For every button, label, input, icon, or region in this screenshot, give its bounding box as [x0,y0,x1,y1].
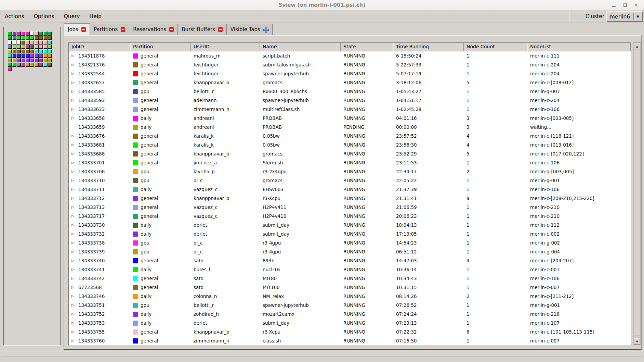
node-state-square[interactable] [30,49,34,53]
node-state-square[interactable] [30,58,34,62]
node-state-square[interactable] [35,40,39,45]
table-row[interactable]: ▷134333706 gpu lavriha_p r3-2x4gpu RUNNI… [69,167,631,176]
row-expander-icon[interactable]: ▷ [71,89,78,93]
node-state-square[interactable] [21,49,25,53]
column-header-time-running[interactable]: Time Running [393,43,464,51]
table-row[interactable]: ▷134333760 general zimmermann_n class.sh… [69,336,631,345]
table-row[interactable]: 134333659 daily andreani PROBAB PENDING … [69,123,631,132]
node-state-square[interactable] [35,36,39,40]
node-state-square[interactable] [48,54,52,58]
node-state-square[interactable] [26,63,30,67]
row-expander-icon[interactable]: ▷ [71,170,78,173]
node-state-square[interactable] [17,32,21,36]
node-state-square[interactable] [17,58,21,62]
row-expander-icon[interactable]: ▷ [71,116,78,120]
table-row[interactable]: ▷134333711 daily vazquez_c EHSv003 RUNNI… [69,185,631,194]
node-state-square[interactable] [30,32,34,36]
node-state-square[interactable] [12,58,16,62]
node-state-square[interactable] [43,40,48,45]
node-state-square[interactable] [21,40,25,45]
row-expander-icon[interactable]: ▷ [71,152,78,155]
menu-item-options[interactable]: Options [29,10,59,23]
node-state-square[interactable] [8,63,12,67]
node-state-square[interactable] [8,45,12,49]
node-state-square[interactable] [8,58,12,62]
row-expander-icon[interactable]: ▷ [71,321,78,325]
row-expander-icon[interactable]: ▷ [71,72,78,75]
node-state-square[interactable] [48,36,52,40]
node-state-square[interactable] [26,45,30,49]
table-row[interactable]: ▷134333753 daily derlet submit_day RUNNI… [69,319,631,327]
row-expander-icon[interactable]: ▷ [71,63,78,66]
table-row[interactable]: ▷134333701 general jimenez_a Slurm.sh RU… [69,158,631,167]
node-state-square[interactable] [48,63,52,67]
node-state-square[interactable] [17,49,21,53]
row-expander-icon[interactable]: ▷ [71,250,78,253]
table-row[interactable]: ▷134333741 daily bures_l nucl-16 RUNNING… [69,265,631,274]
column-header-name[interactable]: Name [260,43,341,51]
table-row[interactable]: ▷134333732 daily derlet submit_day RUNNI… [69,229,631,238]
node-state-square[interactable] [21,36,25,40]
node-state-square[interactable] [43,49,48,53]
tab-jobs[interactable]: Jobs [64,23,90,35]
tab-visible-tabs[interactable]: Visible Tabs [227,24,273,35]
row-expander-icon[interactable]: ▷ [71,161,78,164]
table-row[interactable]: ▷67723568 general sato MIT160 RUNNING 10… [69,283,631,292]
table-row[interactable]: ▷134333740 general sato 893k RUNNING 14:… [69,256,631,265]
row-expander-icon[interactable]: ▷ [71,143,78,147]
node-state-square[interactable] [48,40,52,45]
column-header-spacer[interactable] [130,43,133,51]
close-tab-icon[interactable] [169,27,174,32]
column-header-userid[interactable]: UserID [191,43,260,51]
menu-item-query[interactable]: Query [59,10,84,23]
table-row[interactable]: ▷134332544 general feichtinger spawner-j… [69,69,631,78]
row-expander-icon[interactable]: ▷ [71,276,78,280]
node-state-square[interactable] [8,40,12,45]
table-row[interactable]: ▷134333585 gpu bellotti_r 8x600_300_epoc… [69,87,631,96]
node-state-square[interactable] [8,36,12,40]
node-state-square[interactable] [12,40,16,45]
node-state-square[interactable] [39,32,43,36]
vertical-scrollbar[interactable]: ▲ ▼ [633,42,641,345]
table-row[interactable]: ▷134333755 general khanppnavar_b r3-Xcpu… [69,327,631,336]
node-state-square[interactable] [35,63,39,67]
row-expander-icon[interactable]: ▷ [71,312,78,316]
node-state-square[interactable] [48,58,52,62]
node-state-square[interactable] [39,36,43,40]
table-row[interactable]: ▷134333688 general khanppnavar_b gromacs… [69,149,631,158]
column-header-state[interactable]: State [341,43,393,51]
node-state-square[interactable] [35,58,39,62]
node-state-square[interactable] [8,54,12,58]
node-state-square[interactable] [21,58,25,62]
scroll-down-button[interactable]: ▼ [634,338,640,345]
menu-item-help[interactable]: Help [85,10,106,23]
minimize-button[interactable] [608,0,619,10]
row-expander-icon[interactable]: ▷ [71,107,78,111]
node-state-square[interactable] [39,58,43,62]
table-row[interactable]: ▷134333746 daily colonna_n NM_relax RUNN… [69,292,631,301]
table-row[interactable]: ▷134333751 gpu bellotti_r spawner-jupyte… [69,301,631,310]
node-state-square[interactable] [39,49,43,53]
cluster-select[interactable]: merlin6 ▼ [606,11,643,22]
node-state-square[interactable] [30,54,34,58]
table-row[interactable]: ▷134333633 general zimmermann_n multiref… [69,105,631,114]
node-state-square[interactable] [17,45,21,49]
row-expander-icon[interactable]: ▷ [71,214,78,218]
node-state-square[interactable] [21,32,25,36]
node-state-square[interactable] [12,63,16,67]
table-row[interactable]: ▷134333710 gpu qi_c gromacs RUNNING 22:0… [69,176,631,185]
node-state-square[interactable] [17,54,21,58]
node-state-square[interactable] [43,63,48,67]
table-row[interactable]: ▷134333658 daily andreani PROBAB RUNNING… [69,114,631,123]
node-state-square[interactable] [12,49,16,53]
column-header-nodelist[interactable]: NodeList [527,43,631,51]
node-state-square[interactable] [39,54,43,58]
row-expander-icon[interactable]: ▷ [71,178,78,182]
node-state-square[interactable] [43,54,48,58]
node-state-square[interactable] [30,40,34,45]
table-row[interactable]: ▷134333717 general vazquez_c H2P4v410 RU… [69,212,631,221]
menu-item-actions[interactable]: Actions [0,10,29,23]
table-row[interactable]: ▷134333676 general karalis_k 0.05bw RUNN… [69,132,631,140]
row-expander-icon[interactable]: ▷ [71,196,78,200]
node-state-square[interactable] [26,58,30,62]
